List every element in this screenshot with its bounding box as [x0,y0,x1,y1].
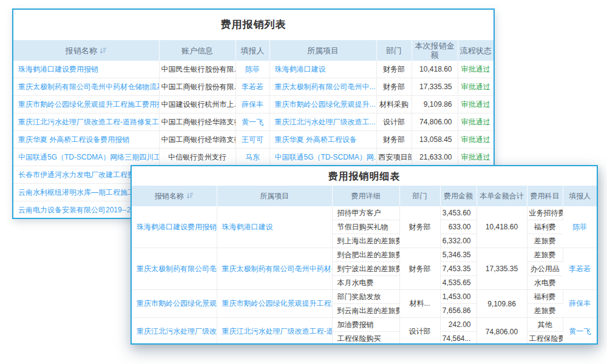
reporter-link[interactable]: 薛保丰 [563,290,597,318]
subject-cell: 办公用品 [527,262,563,276]
expense-name-link[interactable]: 中国联通5G（TD-SCDMA）网络三期四川工程费... [13,149,159,166]
expense-name-link[interactable]: 珠海鹤港口建设费用报销 [132,206,217,248]
amount-cell: 9,109.86 [412,96,458,113]
status-badge[interactable]: 审批通过 [458,113,493,131]
table-row: 重庆华夏 外高桥工程设备费用报销 中国工商银行经华路支行 王可可 重庆华夏 外高… [13,131,493,149]
expense-name-link[interactable]: 重庆华夏 外高桥工程设备费用报销 [13,131,159,149]
detail-col-total: 本单金额合计 [476,186,527,206]
amount-cell: 1,453.00 [440,290,476,304]
subject-cell: 业务招待费 [527,206,563,220]
reporter-link[interactable]: 黄一飞 [563,318,597,345]
detail-header-row: 报销名称 所属项目 费用详细 部门 费用金额 本单金额合计 费用科目 填报人 [132,186,597,206]
table-row: 重庆市鹅岭公园绿化景观提升工程施工 重庆市鹅岭公园绿化景观提升工程施工 部门奖励… [132,290,597,304]
detail-cell: 工程保险购买 [332,332,399,345]
detail-col-name[interactable]: 报销名称 [132,186,217,206]
table-row: 重庆江北污水处理厂级改造工程-道路修复 重庆江北污水处理厂级改造工程-道路修复工… [132,318,597,332]
table-row: 珠海鹤港口建设费用报销 中国民生银行股份有限... 陈菲 珠海鹤港口建设 财务部… [13,61,493,78]
dept-cell: 西安项目部 [376,149,412,166]
table-row: 重庆太极制药有限公司亳州中药材仓储物流基地项... 中国工商银行股份有限... … [13,78,493,96]
list-col-dept: 部门 [376,40,412,61]
list-col-name[interactable]: 报销名称 [13,40,159,61]
reporter-link[interactable]: 李若若 [563,248,597,290]
expense-list-title: 费用报销列表 [13,10,493,40]
detail-cell: 节假日购买礼物 [332,220,399,234]
amount-cell: 21,633.00 [412,149,458,166]
amount-cell: 7,453.35 [440,262,476,276]
detail-cell: 到合肥出差的差旅费 [332,248,399,262]
detail-col-subject: 费用科目 [527,186,563,206]
list-col-status: 流程状态 [458,40,493,61]
expense-name-link[interactable]: 重庆市鹅岭公园绿化景观提升工程施工 [132,290,217,318]
total-cell: 9,109.86 [476,290,527,318]
status-badge[interactable]: 审批通过 [458,149,493,166]
project-link[interactable]: 重庆江北污水处理厂级改造工... [270,113,376,131]
list-col-amount: 本次报销金额 [412,40,458,61]
table-row: 重庆江北污水处理厂级改造工程-道路修复工程费用... 中国工商银行经华路支行 黄… [13,113,493,131]
status-badge[interactable]: 审批通过 [458,96,493,113]
expense-detail-panel: 费用报销明细表 报销名称 所属项目 费用详细 部门 费用金额 本单金额合计 费用… [131,165,598,345]
expense-detail-title: 费用报销明细表 [132,166,597,186]
dept-cell: 财务部 [399,206,440,248]
reporter-link[interactable]: 薛保丰 [236,96,270,113]
dept-cell: 设计部 [376,113,412,131]
dept-cell: 设计部 [399,318,440,345]
table-row: 珠海鹤港口建设费用报销 珠海鹤港口建设 招待甲方客户 财务部 3,453.60 … [132,206,597,220]
project-link[interactable]: 珠海鹤港口建设 [217,206,332,248]
project-link[interactable]: 重庆华夏 外高桥工程设备 [270,131,376,149]
expense-name-link[interactable]: 珠海鹤港口建设费用报销 [13,61,159,78]
project-link[interactable]: 珠海鹤港口建设 [270,61,376,78]
project-link[interactable]: 重庆江北污水处理厂级改造工程-道路修复工程 [217,318,332,345]
total-cell: 10,418.60 [476,206,527,248]
subject-cell: 工程保险费 [527,332,563,345]
expense-name-link[interactable]: 重庆江北污水处理厂级改造工程-道路修复 [132,318,217,345]
reporter-link[interactable]: 马东 [236,149,270,166]
account-cell: 中国工商银行经华路支行 [159,131,236,149]
amount-cell: 7,656.86 [440,304,476,318]
table-row: 中国联通5G（TD-SCDMA）网络三期四川工程费... 中信银行贵州支行 马东… [13,149,493,166]
amount-cell: 633.00 [440,220,476,234]
project-link[interactable]: 重庆市鹅岭公园绿化景观提升工程施工 [217,290,332,318]
project-link[interactable]: 重庆市鹅岭公园绿化景观提升... [270,96,376,113]
reporter-link[interactable]: 王可可 [236,131,270,149]
detail-col-amount: 费用金额 [440,186,476,206]
detail-cell: 加油费报销 [332,318,399,332]
amount-cell: 74,564... [440,332,476,345]
total-cell: 74,806.00 [476,318,527,345]
reporter-link[interactable]: 李若若 [236,78,270,96]
detail-cell: 招待甲方客户 [332,206,399,220]
list-col-name-label: 报销名称 [66,46,97,55]
project-link[interactable]: 重庆太极制药有限公司亳州中药材仓储物流基地 [217,248,332,290]
amount-cell: 13,058.45 [412,131,458,149]
expense-name-link[interactable]: 重庆江北污水处理厂级改造工程-道路修复工程费用... [13,113,159,131]
account-cell: 中国建设银行杭州市上... [159,96,236,113]
subject-cell: 福利费 [527,290,563,304]
dept-cell: 材料采购 [376,96,412,113]
account-cell: 中信银行贵州支行 [159,149,236,166]
status-badge[interactable]: 审批通过 [458,131,493,149]
detail-cell: 到宁波出差的差旅费 [332,262,399,276]
expense-name-link[interactable]: 重庆市鹅岭公园绿化景观提升工程施工费用报销 [13,96,159,113]
expense-name-link[interactable]: 重庆太极制药有限公司亳州中药材仓储物流基地 [132,248,217,290]
list-header-row: 报销名称 账户信息 填报人 所属项目 部门 本次报销金额 流程状态 [13,40,493,61]
account-cell: 中国工商银行经华路支行 [159,113,236,131]
subject-cell: 其他 [527,318,563,332]
project-link[interactable]: 重庆太极制药有限公司亳州中... [270,78,376,96]
reporter-link[interactable]: 陈菲 [563,206,597,248]
amount-cell: 6,332.00 [440,234,476,248]
table-row: 重庆市鹅岭公园绿化景观提升工程施工费用报销 中国建设银行杭州市上... 薛保丰 … [13,96,493,113]
subject-cell: 福利费 [527,220,563,234]
amount-cell: 3,453.60 [440,206,476,220]
sort-icon[interactable] [100,47,107,54]
expense-name-link[interactable]: 重庆太极制药有限公司亳州中药材仓储物流基地项... [13,78,159,96]
amount-cell: 4,535.65 [440,276,476,290]
reporter-link[interactable]: 黄一飞 [236,113,270,131]
list-col-reporter: 填报人 [236,40,270,61]
status-badge[interactable]: 审批通过 [458,61,493,78]
reporter-link[interactable]: 陈菲 [236,61,270,78]
status-badge[interactable]: 审批通过 [458,78,493,96]
detail-cell: 到上海出差的差旅费 [332,234,399,248]
detail-col-project: 所属项目 [217,186,332,206]
sort-icon[interactable] [186,192,194,199]
subject-cell: 水电费 [527,276,563,290]
project-link[interactable]: 中国联通5G（TD-SCDMA）网... [270,149,376,166]
